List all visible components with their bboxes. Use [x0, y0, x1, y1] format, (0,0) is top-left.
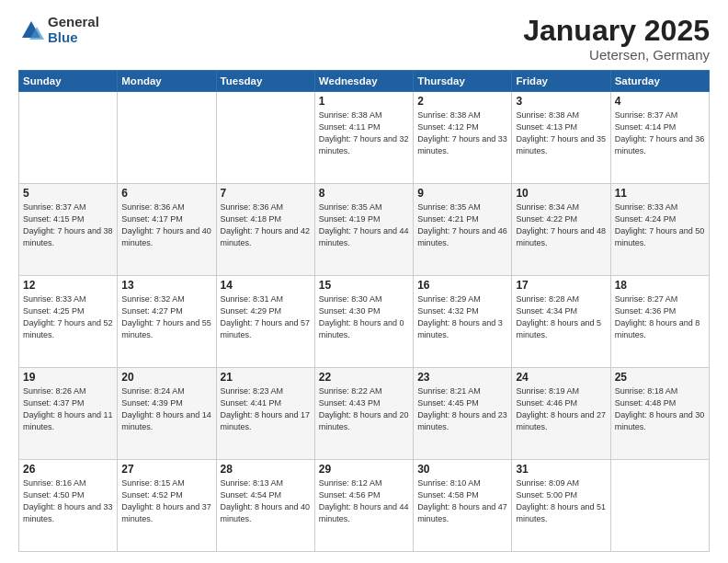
day-info: Sunrise: 8:35 AM Sunset: 4:19 PM Dayligh… — [319, 201, 409, 249]
logo-icon — [18, 17, 44, 43]
table-row: 19Sunrise: 8:26 AM Sunset: 4:37 PM Dayli… — [19, 368, 118, 460]
table-row: 15Sunrise: 8:30 AM Sunset: 4:30 PM Dayli… — [314, 276, 413, 368]
page: General Blue January 2025 Uetersen, Germ… — [0, 0, 728, 563]
header-thursday: Thursday — [414, 71, 512, 92]
table-row: 6Sunrise: 8:36 AM Sunset: 4:17 PM Daylig… — [118, 184, 216, 276]
day-number: 17 — [516, 279, 606, 292]
day-number: 15 — [319, 279, 409, 292]
day-number: 22 — [319, 371, 409, 384]
day-info: Sunrise: 8:15 AM Sunset: 4:52 PM Dayligh… — [121, 477, 211, 525]
header-monday: Monday — [118, 71, 216, 92]
day-number: 3 — [516, 95, 606, 108]
day-info: Sunrise: 8:36 AM Sunset: 4:18 PM Dayligh… — [221, 201, 311, 249]
day-number: 31 — [516, 463, 606, 476]
day-number: 10 — [516, 187, 606, 200]
table-row: 10Sunrise: 8:34 AM Sunset: 4:22 PM Dayli… — [512, 184, 610, 276]
table-row: 8Sunrise: 8:35 AM Sunset: 4:19 PM Daylig… — [314, 184, 413, 276]
header: General Blue January 2025 Uetersen, Germ… — [18, 15, 710, 63]
calendar-week-row: 12Sunrise: 8:33 AM Sunset: 4:25 PM Dayli… — [19, 276, 710, 368]
day-info: Sunrise: 8:34 AM Sunset: 4:22 PM Dayligh… — [516, 201, 606, 249]
day-info: Sunrise: 8:23 AM Sunset: 4:41 PM Dayligh… — [221, 385, 311, 433]
day-info: Sunrise: 8:09 AM Sunset: 5:00 PM Dayligh… — [516, 477, 606, 525]
day-number: 7 — [221, 187, 311, 200]
day-info: Sunrise: 8:37 AM Sunset: 4:15 PM Dayligh… — [23, 201, 113, 249]
table-row — [216, 92, 314, 184]
day-info: Sunrise: 8:31 AM Sunset: 4:29 PM Dayligh… — [221, 293, 311, 341]
day-info: Sunrise: 8:24 AM Sunset: 4:39 PM Dayligh… — [121, 385, 211, 433]
header-saturday: Saturday — [610, 71, 709, 92]
calendar-table: Sunday Monday Tuesday Wednesday Thursday… — [18, 70, 710, 552]
table-row: 3Sunrise: 8:38 AM Sunset: 4:13 PM Daylig… — [512, 92, 610, 184]
day-info: Sunrise: 8:10 AM Sunset: 4:58 PM Dayligh… — [417, 477, 507, 525]
table-row: 2Sunrise: 8:38 AM Sunset: 4:12 PM Daylig… — [414, 92, 512, 184]
table-row: 27Sunrise: 8:15 AM Sunset: 4:52 PM Dayli… — [118, 460, 216, 552]
table-row: 22Sunrise: 8:22 AM Sunset: 4:43 PM Dayli… — [314, 368, 413, 460]
day-info: Sunrise: 8:18 AM Sunset: 4:48 PM Dayligh… — [615, 385, 705, 433]
table-row: 5Sunrise: 8:37 AM Sunset: 4:15 PM Daylig… — [19, 184, 118, 276]
header-sunday: Sunday — [19, 71, 118, 92]
table-row: 7Sunrise: 8:36 AM Sunset: 4:18 PM Daylig… — [216, 184, 314, 276]
calendar-week-row: 19Sunrise: 8:26 AM Sunset: 4:37 PM Dayli… — [19, 368, 710, 460]
table-row: 9Sunrise: 8:35 AM Sunset: 4:21 PM Daylig… — [414, 184, 512, 276]
day-info: Sunrise: 8:38 AM Sunset: 4:13 PM Dayligh… — [516, 109, 606, 157]
day-number: 19 — [23, 371, 113, 384]
table-row — [610, 460, 709, 552]
logo: General Blue — [18, 15, 99, 45]
day-info: Sunrise: 8:38 AM Sunset: 4:12 PM Dayligh… — [417, 109, 507, 157]
table-row — [19, 92, 118, 184]
day-number: 24 — [516, 371, 606, 384]
header-friday: Friday — [512, 71, 610, 92]
day-info: Sunrise: 8:32 AM Sunset: 4:27 PM Dayligh… — [121, 293, 211, 341]
header-tuesday: Tuesday — [216, 71, 314, 92]
table-row: 21Sunrise: 8:23 AM Sunset: 4:41 PM Dayli… — [216, 368, 314, 460]
table-row: 13Sunrise: 8:32 AM Sunset: 4:27 PM Dayli… — [118, 276, 216, 368]
table-row: 29Sunrise: 8:12 AM Sunset: 4:56 PM Dayli… — [314, 460, 413, 552]
day-number: 26 — [23, 463, 113, 476]
table-row: 12Sunrise: 8:33 AM Sunset: 4:25 PM Dayli… — [19, 276, 118, 368]
day-number: 20 — [121, 371, 211, 384]
calendar-week-row: 26Sunrise: 8:16 AM Sunset: 4:50 PM Dayli… — [19, 460, 710, 552]
day-number: 30 — [417, 463, 507, 476]
day-info: Sunrise: 8:30 AM Sunset: 4:30 PM Dayligh… — [319, 293, 409, 341]
table-row: 30Sunrise: 8:10 AM Sunset: 4:58 PM Dayli… — [414, 460, 512, 552]
day-info: Sunrise: 8:33 AM Sunset: 4:25 PM Dayligh… — [23, 293, 113, 341]
day-number: 13 — [121, 279, 211, 292]
day-number: 27 — [121, 463, 211, 476]
day-info: Sunrise: 8:19 AM Sunset: 4:46 PM Dayligh… — [516, 385, 606, 433]
calendar-week-row: 1Sunrise: 8:38 AM Sunset: 4:11 PM Daylig… — [19, 92, 710, 184]
title-block: January 2025 Uetersen, Germany — [523, 15, 710, 63]
day-number: 25 — [615, 371, 705, 384]
day-info: Sunrise: 8:26 AM Sunset: 4:37 PM Dayligh… — [23, 385, 113, 433]
table-row: 16Sunrise: 8:29 AM Sunset: 4:32 PM Dayli… — [414, 276, 512, 368]
table-row: 31Sunrise: 8:09 AM Sunset: 5:00 PM Dayli… — [512, 460, 610, 552]
day-info: Sunrise: 8:37 AM Sunset: 4:14 PM Dayligh… — [615, 109, 705, 157]
day-info: Sunrise: 8:33 AM Sunset: 4:24 PM Dayligh… — [615, 201, 705, 249]
day-info: Sunrise: 8:36 AM Sunset: 4:17 PM Dayligh… — [121, 201, 211, 249]
calendar-header-row: Sunday Monday Tuesday Wednesday Thursday… — [19, 71, 710, 92]
day-info: Sunrise: 8:22 AM Sunset: 4:43 PM Dayligh… — [319, 385, 409, 433]
table-row: 14Sunrise: 8:31 AM Sunset: 4:29 PM Dayli… — [216, 276, 314, 368]
calendar-week-row: 5Sunrise: 8:37 AM Sunset: 4:15 PM Daylig… — [19, 184, 710, 276]
day-number: 11 — [615, 187, 705, 200]
day-info: Sunrise: 8:38 AM Sunset: 4:11 PM Dayligh… — [319, 109, 409, 157]
logo-text: General Blue — [48, 15, 99, 45]
logo-blue-text: Blue — [48, 30, 99, 46]
table-row: 28Sunrise: 8:13 AM Sunset: 4:54 PM Dayli… — [216, 460, 314, 552]
day-number: 14 — [221, 279, 311, 292]
day-number: 4 — [615, 95, 705, 108]
day-info: Sunrise: 8:27 AM Sunset: 4:36 PM Dayligh… — [615, 293, 705, 341]
table-row: 11Sunrise: 8:33 AM Sunset: 4:24 PM Dayli… — [610, 184, 709, 276]
table-row: 24Sunrise: 8:19 AM Sunset: 4:46 PM Dayli… — [512, 368, 610, 460]
table-row: 20Sunrise: 8:24 AM Sunset: 4:39 PM Dayli… — [118, 368, 216, 460]
day-number: 6 — [121, 187, 211, 200]
calendar-title: January 2025 — [523, 15, 710, 47]
day-number: 18 — [615, 279, 705, 292]
header-wednesday: Wednesday — [314, 71, 413, 92]
day-info: Sunrise: 8:28 AM Sunset: 4:34 PM Dayligh… — [516, 293, 606, 341]
table-row: 25Sunrise: 8:18 AM Sunset: 4:48 PM Dayli… — [610, 368, 709, 460]
table-row: 1Sunrise: 8:38 AM Sunset: 4:11 PM Daylig… — [314, 92, 413, 184]
day-number: 9 — [417, 187, 507, 200]
day-number: 29 — [319, 463, 409, 476]
table-row: 4Sunrise: 8:37 AM Sunset: 4:14 PM Daylig… — [610, 92, 709, 184]
table-row: 23Sunrise: 8:21 AM Sunset: 4:45 PM Dayli… — [414, 368, 512, 460]
